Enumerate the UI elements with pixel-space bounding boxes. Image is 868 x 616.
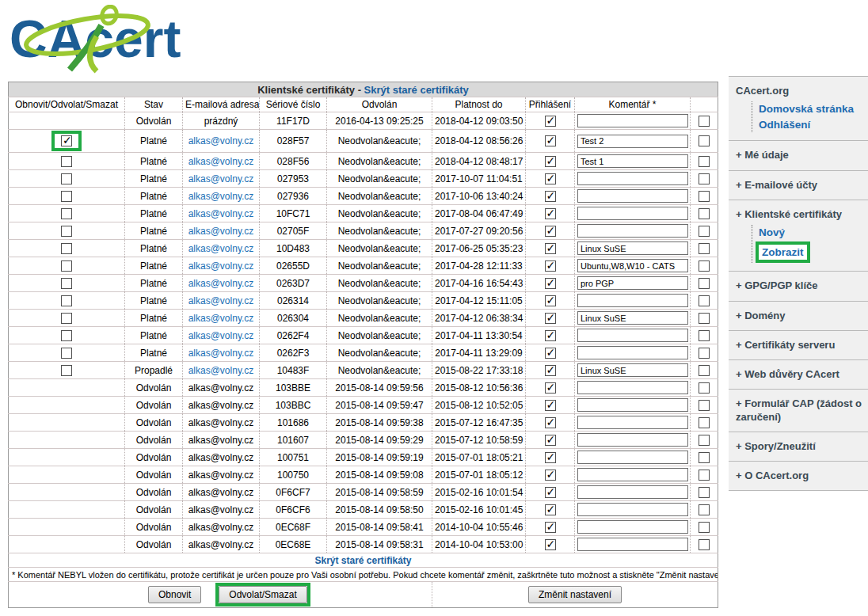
login-checkbox[interactable]: [545, 313, 556, 324]
renew-button[interactable]: Obnovit: [148, 586, 201, 603]
email-link[interactable]: alkas@volny.cz: [188, 330, 254, 341]
comment-input[interactable]: [577, 416, 688, 429]
renew-revoke-checkbox[interactable]: [61, 295, 72, 306]
renew-revoke-checkbox[interactable]: [61, 260, 72, 272]
renew-revoke-checkbox[interactable]: [61, 191, 72, 202]
comment-input[interactable]: [577, 398, 688, 412]
comment-flag-checkbox[interactable]: [699, 539, 710, 550]
renew-revoke-checkbox[interactable]: [61, 365, 72, 376]
email-link[interactable]: alkas@volny.cz: [188, 226, 254, 237]
email-link[interactable]: alkas@volny.cz: [188, 135, 254, 146]
comment-input[interactable]: [577, 172, 688, 185]
renew-revoke-checkbox[interactable]: [61, 208, 72, 219]
comment-input[interactable]: [577, 114, 688, 127]
sidebar-section-label[interactable]: + GPG/PGP klíče: [736, 279, 863, 292]
login-checkbox[interactable]: [545, 504, 556, 515]
login-checkbox[interactable]: [545, 135, 556, 146]
sidebar-section-label[interactable]: + O CAcert.org: [736, 470, 863, 482]
sidebar-link-odhl-en-[interactable]: Odhlášení: [759, 117, 863, 133]
login-checkbox[interactable]: [545, 452, 556, 463]
sidebar-link-nov-[interactable]: Nový: [759, 225, 863, 241]
comment-flag-checkbox[interactable]: [699, 382, 710, 394]
login-checkbox[interactable]: [545, 226, 556, 237]
comment-flag-checkbox[interactable]: [699, 226, 710, 237]
sidebar-section-label[interactable]: + Mé údaje: [736, 149, 863, 162]
comment-flag-checkbox[interactable]: [699, 208, 710, 219]
comment-flag-checkbox[interactable]: [699, 243, 710, 254]
renew-revoke-checkbox[interactable]: [61, 243, 72, 254]
comment-input[interactable]: [577, 433, 688, 447]
comment-input[interactable]: [577, 520, 688, 534]
comment-input[interactable]: [577, 135, 688, 148]
login-checkbox[interactable]: [545, 208, 556, 219]
comment-flag-checkbox[interactable]: [699, 470, 710, 481]
login-checkbox[interactable]: [545, 539, 556, 550]
comment-input[interactable]: [577, 294, 688, 307]
email-link[interactable]: alkas@volny.cz: [188, 313, 254, 324]
comment-input[interactable]: [577, 468, 688, 481]
sidebar-section-label[interactable]: + Klientské certifikáty: [736, 208, 863, 221]
comment-input[interactable]: [577, 259, 688, 272]
login-checkbox[interactable]: [545, 487, 556, 498]
comment-flag-checkbox[interactable]: [699, 522, 710, 533]
comment-flag-checkbox[interactable]: [699, 417, 710, 428]
login-checkbox[interactable]: [545, 191, 556, 202]
renew-revoke-checkbox[interactable]: [61, 226, 72, 237]
sidebar-section-label[interactable]: + Web důvěry CAcert: [736, 368, 863, 381]
comment-flag-checkbox[interactable]: [699, 348, 710, 359]
renew-revoke-checkbox[interactable]: [61, 278, 72, 289]
comment-input[interactable]: [577, 346, 688, 359]
comment-input[interactable]: [577, 451, 688, 464]
login-checkbox[interactable]: [545, 522, 556, 533]
email-link[interactable]: alkas@volny.cz: [188, 208, 254, 219]
login-checkbox[interactable]: [545, 382, 556, 394]
comment-flag-checkbox[interactable]: [699, 365, 710, 376]
comment-input[interactable]: [577, 363, 688, 377]
comment-input[interactable]: [577, 224, 688, 238]
login-checkbox[interactable]: [545, 470, 556, 481]
comment-input[interactable]: [577, 241, 688, 255]
email-link[interactable]: alkas@volny.cz: [188, 191, 254, 202]
login-checkbox[interactable]: [545, 435, 556, 446]
comment-flag-checkbox[interactable]: [699, 278, 710, 289]
comment-flag-checkbox[interactable]: [699, 330, 710, 341]
comment-flag-checkbox[interactable]: [699, 173, 710, 184]
email-link[interactable]: alkas@volny.cz: [188, 348, 254, 359]
login-checkbox[interactable]: [545, 173, 556, 184]
renew-revoke-checkbox[interactable]: [61, 330, 72, 341]
renew-revoke-checkbox[interactable]: [61, 173, 72, 184]
hide-old-certs-link-top[interactable]: Skrýt staré certifikáty: [364, 84, 469, 96]
comment-flag-checkbox[interactable]: [699, 135, 710, 146]
sidebar-section-label[interactable]: + Certifikáty serveru: [736, 339, 863, 352]
comment-input[interactable]: [577, 485, 688, 499]
login-checkbox[interactable]: [545, 278, 556, 289]
login-checkbox[interactable]: [545, 348, 556, 359]
comment-flag-checkbox[interactable]: [699, 504, 710, 515]
sidebar-link-zobrazit[interactable]: Zobrazit: [762, 245, 804, 260]
revoke-delete-button[interactable]: Odvolat/Smazat: [219, 586, 306, 603]
comment-flag-checkbox[interactable]: [699, 400, 710, 411]
comment-input[interactable]: [577, 329, 688, 342]
login-checkbox[interactable]: [545, 260, 556, 272]
login-checkbox[interactable]: [545, 243, 556, 254]
sidebar-section-label[interactable]: + Formulář CAP (žádost o zaručení): [736, 397, 863, 424]
sidebar-section-label[interactable]: + Spory/Zneužití: [736, 440, 863, 453]
renew-revoke-checkbox[interactable]: [61, 348, 72, 359]
email-link[interactable]: alkas@volny.cz: [188, 365, 254, 376]
login-checkbox[interactable]: [545, 116, 556, 127]
login-checkbox[interactable]: [545, 330, 556, 341]
hide-old-certs-link-bottom[interactable]: Skrýt staré certifikáty: [314, 555, 411, 566]
comment-flag-checkbox[interactable]: [699, 452, 710, 463]
comment-input[interactable]: [577, 189, 688, 203]
comment-flag-checkbox[interactable]: [699, 191, 710, 202]
comment-input[interactable]: [577, 154, 688, 168]
login-checkbox[interactable]: [545, 295, 556, 306]
login-checkbox[interactable]: [545, 156, 556, 167]
comment-input[interactable]: [577, 503, 688, 516]
renew-revoke-checkbox[interactable]: [61, 156, 72, 167]
comment-flag-checkbox[interactable]: [699, 313, 710, 324]
comment-flag-checkbox[interactable]: [699, 435, 710, 446]
comment-flag-checkbox[interactable]: [699, 116, 710, 127]
comment-flag-checkbox[interactable]: [699, 156, 710, 167]
comment-flag-checkbox[interactable]: [699, 487, 710, 498]
